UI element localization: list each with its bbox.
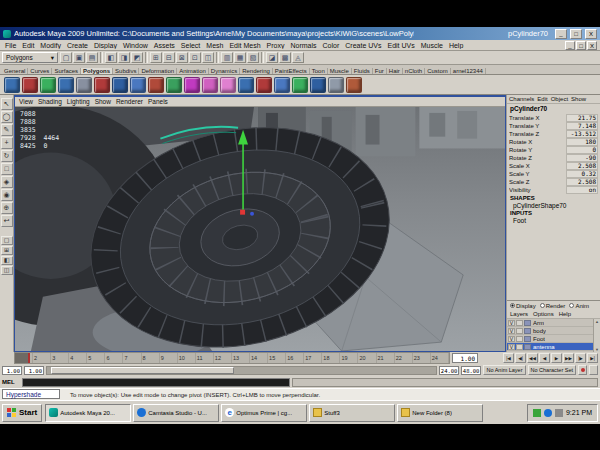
channel-value[interactable]: 2.508 xyxy=(566,162,598,170)
channel-row[interactable]: Rotate X180 xyxy=(507,138,600,146)
shelf-tab-arnel12344[interactable]: arnel12344 xyxy=(451,68,486,74)
animation-preferences-button[interactable] xyxy=(589,365,598,375)
taskbar-button-optimus-prime-cg[interactable]: eOptimus Prime | cg... xyxy=(221,404,307,422)
layer-color-swatch[interactable] xyxy=(524,336,531,342)
select-component-icon[interactable]: ◩ xyxy=(131,52,143,63)
menu-proxy[interactable]: Proxy xyxy=(264,42,288,49)
input-connections-icon[interactable]: ▥ xyxy=(221,52,233,63)
anim-layer-button[interactable]: No Anim Layer xyxy=(483,365,525,375)
menu-display[interactable]: Display xyxy=(91,42,120,49)
channel-value[interactable]: -90 xyxy=(566,154,598,162)
snap-to-grid-icon[interactable]: ⊞ xyxy=(150,52,162,63)
channel-value[interactable]: 0.32 xyxy=(566,170,598,178)
layer-list-scrollbar[interactable]: ▲▼ xyxy=(593,319,600,352)
animation-end-field[interactable]: 48.00 xyxy=(461,366,481,375)
time-tick[interactable]: 21 xyxy=(377,353,395,363)
range-slider-bar[interactable] xyxy=(51,367,234,374)
layer-menu-help[interactable]: Help xyxy=(559,311,571,317)
channel-row[interactable]: Visibilityon xyxy=(507,186,600,194)
render-settings-icon[interactable]: ◬ xyxy=(292,52,304,63)
time-tick[interactable]: 9 xyxy=(160,353,178,363)
shelf-tab-rendering[interactable]: Rendering xyxy=(240,68,273,74)
construction-history-icon[interactable]: ▧ xyxy=(247,52,259,63)
play-forwards-button[interactable]: ▶ xyxy=(551,353,562,363)
time-tick[interactable]: 22 xyxy=(395,353,413,363)
panel-menu-view[interactable]: View xyxy=(19,98,33,105)
persp-outliner-layout-icon[interactable]: ◧ xyxy=(1,256,13,265)
sculpt-geometry-icon[interactable] xyxy=(220,77,236,93)
menu-edit-mesh[interactable]: Edit Mesh xyxy=(226,42,263,49)
menu-modify[interactable]: Modify xyxy=(37,42,64,49)
panel-menu-panels[interactable]: Panels xyxy=(148,98,168,105)
menu-create[interactable]: Create xyxy=(64,42,91,49)
menu-color[interactable]: Color xyxy=(320,42,343,49)
shelf-tab-ncloth[interactable]: nCloth xyxy=(403,68,425,74)
maximize-button[interactable]: □ xyxy=(570,29,582,39)
select-hierarchy-icon[interactable]: ◧ xyxy=(105,52,117,63)
step-forward-key-button[interactable]: ▶▶ xyxy=(563,353,574,363)
menu-muscle[interactable]: Muscle xyxy=(418,42,446,49)
close-button[interactable]: X xyxy=(585,29,597,39)
time-tick[interactable]: 16 xyxy=(286,353,304,363)
layer-row[interactable]: VFoot xyxy=(507,335,593,343)
channel-value[interactable]: 180 xyxy=(566,138,598,146)
channel-value[interactable]: 0 xyxy=(566,146,598,154)
time-tick[interactable]: 5 xyxy=(87,353,105,363)
menu-edit[interactable]: Edit xyxy=(19,42,37,49)
poly-cylinder-icon[interactable] xyxy=(40,77,56,93)
playback-start-field[interactable]: 1.00 xyxy=(24,366,44,375)
separate-icon[interactable] xyxy=(274,77,290,93)
layer-type-box[interactable] xyxy=(516,328,523,334)
time-tick[interactable]: 18 xyxy=(322,353,340,363)
channel-box-menu-edit[interactable]: Edit xyxy=(537,96,547,102)
channel-row[interactable]: Translate Z-13.512 xyxy=(507,130,600,138)
time-tick[interactable]: 15 xyxy=(268,353,286,363)
poly-sphere-icon[interactable] xyxy=(4,77,20,93)
panel-menu-renderer[interactable]: Renderer xyxy=(116,98,143,105)
mdi-restore-button[interactable]: □ xyxy=(576,41,586,50)
layer-mode-display[interactable]: Display xyxy=(510,303,536,309)
booleans-difference-icon[interactable] xyxy=(328,77,344,93)
new-scene-icon[interactable]: ▢ xyxy=(60,52,72,63)
output-connections-icon[interactable]: ▦ xyxy=(234,52,246,63)
panel-menu-shading[interactable]: Shading xyxy=(38,98,62,105)
layer-type-box[interactable] xyxy=(516,344,523,350)
time-tick[interactable]: 3 xyxy=(51,353,69,363)
layer-type-box[interactable] xyxy=(516,320,523,326)
current-frame-marker[interactable] xyxy=(15,353,30,363)
menu-create-uvs[interactable]: Create UVs xyxy=(342,42,384,49)
antivirus-tray-icon[interactable] xyxy=(533,409,541,417)
layer-mode-render[interactable]: Render xyxy=(540,303,566,309)
show-manipulator-tool-icon[interactable]: ⊕ xyxy=(1,202,13,214)
panel-menu-lighting[interactable]: Lighting xyxy=(67,98,90,105)
single-pane-layout-icon[interactable]: ▢ xyxy=(1,236,13,245)
channel-box-object-name[interactable]: pCylinder70 xyxy=(507,104,600,114)
shelf-tab-dynamics[interactable]: Dynamics xyxy=(209,68,240,74)
time-tick[interactable]: 13 xyxy=(232,353,250,363)
shelf-tab-polygons[interactable]: Polygons xyxy=(81,68,113,74)
time-tick[interactable]: 4 xyxy=(69,353,87,363)
time-tick[interactable]: 8 xyxy=(142,353,160,363)
mdi-minimize-button[interactable]: _ xyxy=(565,41,575,50)
time-tick[interactable]: 20 xyxy=(358,353,376,363)
shelf-tab-muscle[interactable]: Muscle xyxy=(328,68,352,74)
character-set-button[interactable]: No Character Set xyxy=(528,365,577,375)
volume-tray-icon[interactable] xyxy=(555,409,563,417)
last-tool-icon[interactable]: ↩ xyxy=(1,215,13,227)
move-tool-icon[interactable]: + xyxy=(1,137,13,149)
channel-row[interactable]: Translate X21.75 xyxy=(507,114,600,122)
channel-row[interactable]: Translate Y7.148 xyxy=(507,122,600,130)
shelf-tab-subdivs[interactable]: Subdivs xyxy=(113,68,139,74)
channel-row[interactable]: Rotate Z-90 xyxy=(507,154,600,162)
lasso-tool-icon[interactable]: ◯ xyxy=(1,111,13,123)
extract-icon[interactable] xyxy=(292,77,308,93)
time-tick[interactable]: 12 xyxy=(214,353,232,363)
shelf-tab-toon[interactable]: Toon xyxy=(310,68,328,74)
mel-input-field[interactable] xyxy=(22,378,290,387)
four-pane-layout-icon[interactable]: ⊞ xyxy=(1,246,13,255)
select-tool-icon[interactable]: ↖ xyxy=(1,98,13,110)
layer-visibility-toggle[interactable]: V xyxy=(508,336,515,342)
menu-window[interactable]: Window xyxy=(120,42,151,49)
layer-menu-layers[interactable]: Layers xyxy=(510,311,528,317)
play-backwards-button[interactable]: ◀ xyxy=(539,353,550,363)
